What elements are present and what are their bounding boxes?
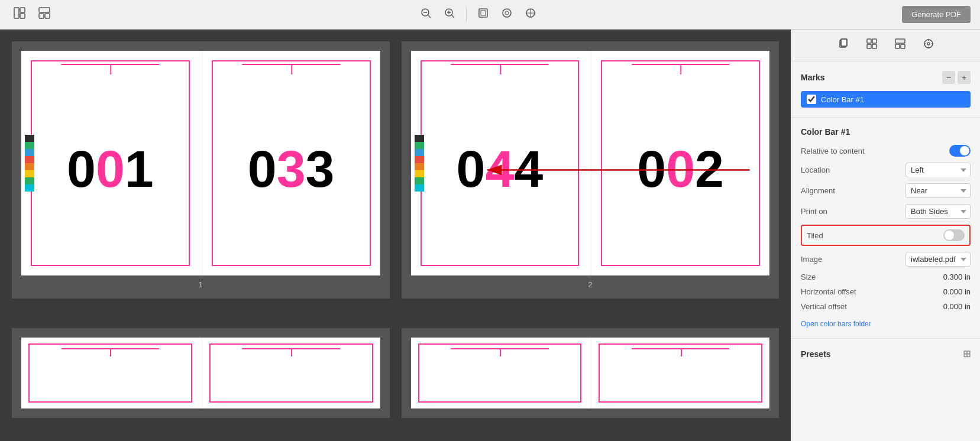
- canvas-area[interactable]: 001: [0, 30, 791, 441]
- spread-1-label: 1: [21, 280, 380, 289]
- color-bar-settings-section: Color Bar #1 Relative to content Locatio…: [791, 118, 980, 339]
- svg-rect-2: [20, 14, 25, 18]
- svg-point-37: [927, 43, 930, 45]
- toolbar-center: [59, 5, 897, 24]
- svg-rect-28: [872, 44, 876, 48]
- page-002: 002: [591, 51, 769, 275]
- svg-point-16: [505, 11, 509, 15]
- reg-marks-4: [632, 64, 729, 65]
- page-number-033: 033: [248, 143, 335, 195]
- panel-copy-icon-btn[interactable]: [834, 35, 853, 55]
- horizontal-offset-label: Horizontal offset: [801, 287, 872, 296]
- svg-rect-26: [872, 39, 876, 43]
- page-033: 033: [202, 51, 380, 275]
- page-number-044: 044: [456, 143, 543, 195]
- tiled-label: Tiled: [807, 231, 878, 240]
- page-spread-3-right: [202, 338, 380, 408]
- location-label: Location: [801, 166, 872, 174]
- marks-add-btn[interactable]: +: [958, 71, 971, 84]
- spread-1: 001: [12, 41, 390, 299]
- panel-top-icons: [791, 30, 980, 61]
- spread-2-label: 2: [411, 280, 770, 289]
- page-001: 001: [21, 51, 199, 275]
- svg-rect-0: [14, 8, 19, 18]
- svg-rect-13: [479, 9, 487, 17]
- marks-section: Marks − + Color Bar #1: [791, 61, 980, 118]
- zoom-out-btn[interactable]: [416, 5, 435, 24]
- alignment-select[interactable]: Near Center Far: [905, 183, 971, 198]
- print-on-label: Print on: [801, 207, 872, 216]
- spread-2: 044: [402, 41, 780, 299]
- alignment-row: Alignment Near Center Far: [801, 183, 971, 198]
- tiled-row: Tiled: [801, 225, 971, 246]
- fit-width-btn[interactable]: [497, 5, 516, 24]
- page-spread-4-right: [591, 338, 769, 408]
- size-row: Size 0.300 in: [801, 273, 971, 281]
- print-on-row: Print on Front Only Back Only Both Sides: [801, 204, 971, 219]
- toolbar-right: Generate PDF: [902, 6, 971, 23]
- page-spread-4-left: [411, 338, 589, 408]
- panel-grid-icon-btn[interactable]: [862, 35, 881, 55]
- svg-rect-4: [39, 14, 44, 18]
- generate-pdf-button[interactable]: Generate PDF: [902, 6, 971, 23]
- color-bar-settings-title: Color Bar #1: [801, 127, 971, 137]
- location-select[interactable]: Left Right Top Bottom: [905, 163, 971, 177]
- fit-page-btn[interactable]: [474, 5, 493, 24]
- page-number-002: 002: [637, 143, 724, 195]
- zoom-in-btn[interactable]: [440, 5, 459, 24]
- horizontal-offset-value: 0.000 in: [943, 287, 971, 296]
- page-number-001: 001: [67, 143, 154, 195]
- vertical-offset-value: 0.000 in: [943, 302, 971, 311]
- relative-to-content-label: Relative to content: [801, 147, 872, 155]
- panel-crosshair-icon-btn[interactable]: [919, 35, 938, 55]
- horizontal-offset-row: Horizontal offset 0.000 in: [801, 287, 971, 296]
- spread-4: [402, 328, 780, 418]
- color-bar-item[interactable]: Color Bar #1: [801, 91, 971, 108]
- image-row: Image iwlabeled.pdf: [801, 252, 971, 267]
- page-spread-3-left: [21, 338, 199, 408]
- spread-3: [12, 328, 390, 418]
- layout-icon-2-btn[interactable]: [34, 4, 54, 25]
- open-folder-container: Open color bars folder: [801, 318, 971, 329]
- tiled-toggle[interactable]: [943, 229, 965, 241]
- alignment-label: Alignment: [801, 186, 872, 195]
- svg-line-8: [428, 15, 431, 18]
- marks-remove-btn[interactable]: −: [942, 71, 955, 84]
- vertical-offset-label: Vertical offset: [801, 302, 872, 311]
- color-bar-1: [25, 135, 35, 192]
- svg-rect-3: [39, 8, 50, 12]
- svg-rect-1: [20, 8, 25, 12]
- svg-rect-27: [867, 44, 871, 48]
- panel-layout-icon-btn[interactable]: [891, 35, 910, 55]
- image-select[interactable]: iwlabeled.pdf: [905, 252, 971, 267]
- page-044: 044: [411, 51, 589, 275]
- layout-icon-1-btn[interactable]: [9, 4, 30, 25]
- size-label: Size: [801, 273, 872, 281]
- svg-rect-23: [841, 39, 847, 46]
- toolbar-left: [9, 4, 54, 25]
- svg-rect-29: [895, 39, 905, 43]
- location-row: Location Left Right Top Bottom: [801, 163, 971, 177]
- svg-point-15: [503, 9, 511, 17]
- image-label: Image: [801, 255, 872, 264]
- relative-to-content-toggle[interactable]: [949, 145, 971, 157]
- right-panel: Marks − + Color Bar #1 Color Bar #1 Rela…: [791, 30, 980, 441]
- reg-marks-3: [451, 64, 548, 65]
- reg-marks-2: [242, 64, 339, 65]
- reg-marks-1: [62, 64, 159, 65]
- color-bar-item-label: Color Bar #1: [821, 95, 864, 104]
- presets-title: Presets ⊞: [801, 348, 971, 359]
- svg-rect-31: [901, 44, 905, 48]
- marks-section-actions: − +: [942, 71, 971, 84]
- open-color-bars-folder-link[interactable]: Open color bars folder: [801, 320, 871, 328]
- svg-point-32: [924, 40, 933, 48]
- svg-rect-5: [45, 14, 50, 18]
- relative-to-content-row: Relative to content: [801, 145, 971, 157]
- actual-size-btn[interactable]: [521, 5, 540, 24]
- presets-section: Presets ⊞: [791, 339, 980, 369]
- svg-line-12: [452, 15, 454, 18]
- main-layout: 001: [0, 30, 980, 441]
- svg-rect-30: [895, 44, 900, 48]
- color-bar-checkbox[interactable]: [807, 95, 816, 104]
- print-on-select[interactable]: Front Only Back Only Both Sides: [905, 204, 971, 219]
